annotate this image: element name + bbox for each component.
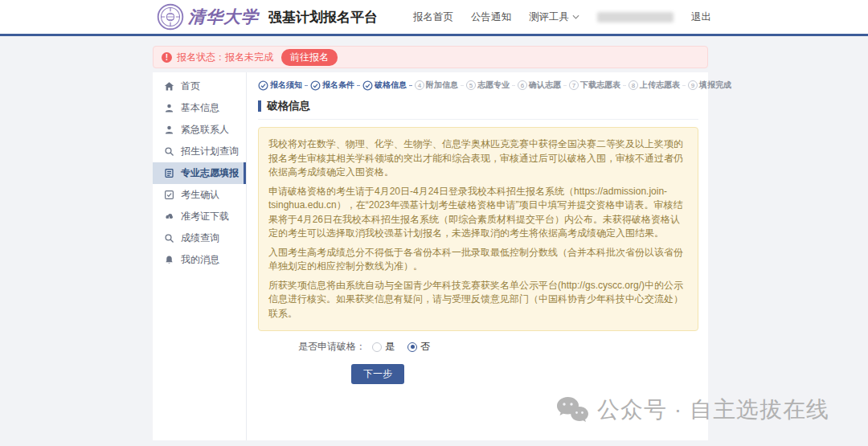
platform-title: 强基计划报名平台 bbox=[268, 8, 378, 27]
form-icon bbox=[164, 168, 174, 178]
wechat-icon bbox=[556, 396, 588, 423]
university-name: 清华大学 bbox=[188, 6, 259, 28]
step-label: 志愿专业 bbox=[477, 80, 510, 91]
sidebar-item-label: 专业志愿填报 bbox=[181, 166, 239, 180]
search-icon bbox=[164, 146, 174, 157]
step-connector bbox=[305, 85, 308, 86]
tsinghua-seal-icon bbox=[157, 3, 184, 31]
step-4: 4附加信息 bbox=[415, 80, 458, 91]
next-step-button[interactable]: 下一步 bbox=[351, 364, 404, 384]
title-accent-bar bbox=[258, 100, 261, 112]
logout-button[interactable]: 退出 bbox=[691, 10, 711, 24]
sidebar-item-label: 我的消息 bbox=[181, 253, 219, 267]
notice-paragraph: 申请破格资格的考生请于4月20日-4月24日登录我校本科招生报名系统（https… bbox=[268, 185, 688, 241]
sidebar-item-label: 基本信息 bbox=[181, 101, 219, 115]
section-title-row: 破格信息 bbox=[258, 99, 698, 113]
step-label: 报名条件 bbox=[322, 80, 354, 91]
app-header: 清华大学 强基计划报名平台 报名首页公告通知测评工具 退出 bbox=[0, 0, 868, 36]
step-connector bbox=[409, 85, 412, 86]
sidebar-item-emergency-contact[interactable]: 紧急联系人 bbox=[153, 119, 246, 141]
sidebar-item-home[interactable]: 首页 bbox=[153, 76, 246, 97]
step-2: 报名条件 bbox=[310, 80, 354, 91]
step-connector bbox=[563, 85, 567, 86]
content-panel: 首页基本信息紧急联系人招生计划查询专业志愿填报考生确认准考证下载成绩查询我的消息… bbox=[153, 72, 708, 440]
radio-option-label: 是 bbox=[385, 340, 395, 354]
step-connector bbox=[623, 85, 626, 86]
sidebar-item-my-messages[interactable]: 我的消息 bbox=[153, 249, 246, 271]
watermark: 公众号 · 自主选拔在线 bbox=[556, 395, 829, 425]
step-connector bbox=[357, 85, 360, 86]
exception-radio-row: 是否申请破格： 是否 bbox=[258, 340, 698, 354]
redacted-username bbox=[597, 12, 674, 23]
step-number: 6 bbox=[518, 80, 527, 90]
nav-item-label: 公告通知 bbox=[471, 10, 511, 24]
step-label: 确认志愿 bbox=[529, 80, 561, 91]
step-number: 8 bbox=[628, 80, 638, 90]
step-connector bbox=[512, 85, 515, 86]
step-label: 破格信息 bbox=[375, 80, 407, 91]
step-label: 下载志愿表 bbox=[580, 80, 620, 91]
title-divider bbox=[258, 119, 698, 120]
step-7: 7下载志愿表 bbox=[569, 80, 620, 91]
bell-icon bbox=[164, 255, 174, 265]
sidebar-item-basic-info[interactable]: 基本信息 bbox=[153, 97, 246, 119]
radio-group: 是否 bbox=[372, 340, 430, 354]
steps-bar: 报名须知报名条件破格信息4附加信息5志愿专业6确认志愿7下载志愿表8上传志愿表9… bbox=[258, 79, 698, 92]
nav-item-nav-announcements[interactable]: 公告通知 bbox=[471, 10, 511, 24]
step-6: 6确认志愿 bbox=[518, 80, 561, 91]
sidebar-item-label: 成绩查询 bbox=[181, 231, 219, 245]
sidebar-item-plan-query[interactable]: 招生计划查询 bbox=[153, 141, 246, 162]
radio-option-no[interactable]: 否 bbox=[407, 340, 430, 354]
step-connector bbox=[461, 85, 464, 86]
logo-area: 清华大学 强基计划报名平台 bbox=[157, 3, 378, 31]
sidebar-item-label: 考生确认 bbox=[181, 188, 219, 202]
alert-status-text: 报名状态：报名未完成 bbox=[177, 51, 273, 64]
notice-paragraph: 我校将对在数学、物理、化学、生物学、信息学奥林匹克竞赛中获得全国决赛二等奖及以上… bbox=[268, 137, 688, 180]
sidebar-item-label: 准考证下载 bbox=[181, 210, 229, 223]
step-check-icon bbox=[362, 80, 373, 91]
check-square-icon bbox=[164, 190, 174, 200]
sidebar-item-label: 招生计划查询 bbox=[181, 145, 239, 158]
notice-paragraph: 入围考生高考成绩总分不得低于各省份本科一批录取最低控制分数线（合并本科批次省份以… bbox=[268, 246, 688, 274]
radio-option-label: 否 bbox=[420, 340, 430, 354]
step-label: 附加信息 bbox=[426, 80, 458, 91]
user-icon bbox=[164, 103, 174, 113]
notice-paragraph: 所获奖项信息将由系统自动与全国青少年科技竞赛获奖名单公示平台(http://gs… bbox=[268, 279, 688, 321]
step-label: 报名须知 bbox=[270, 80, 302, 91]
warning-icon: ! bbox=[162, 52, 172, 63]
step-check-icon bbox=[258, 80, 268, 91]
step-number: 9 bbox=[688, 80, 698, 90]
sidebar-item-score-query[interactable]: 成绩查询 bbox=[153, 227, 246, 249]
step-label: 上传志愿表 bbox=[640, 80, 680, 91]
step-number: 4 bbox=[415, 80, 424, 90]
nav-item-nav-assessment-tools[interactable]: 测评工具 bbox=[529, 10, 579, 24]
sidebar-item-candidate-confirm[interactable]: 考生确认 bbox=[153, 184, 246, 206]
step-number: 7 bbox=[569, 80, 579, 90]
radio-group-label: 是否申请破格： bbox=[298, 340, 366, 354]
step-connector bbox=[682, 85, 686, 86]
watermark-text: 公众号 · 自主选拔在线 bbox=[597, 395, 829, 425]
step-5: 5志愿专业 bbox=[466, 80, 510, 91]
step-9: 9填报完成 bbox=[688, 80, 731, 91]
section-title: 破格信息 bbox=[267, 99, 310, 113]
step-label: 填报完成 bbox=[699, 80, 731, 91]
sidebar-item-ticket-download[interactable]: 准考证下载 bbox=[153, 206, 246, 227]
radio-circle bbox=[407, 342, 417, 352]
step-1: 报名须知 bbox=[258, 80, 302, 91]
chevron-down-icon bbox=[572, 14, 579, 19]
status-alert: ! 报名状态：报名未完成 前往报名 bbox=[153, 46, 708, 68]
radio-option-yes[interactable]: 是 bbox=[372, 340, 395, 354]
home-icon bbox=[164, 81, 174, 92]
radio-circle bbox=[372, 342, 382, 352]
header-nav: 报名首页公告通知测评工具 退出 bbox=[413, 0, 711, 34]
sidebar: 首页基本信息紧急联系人招生计划查询专业志愿填报考生确认准考证下载成绩查询我的消息 bbox=[153, 72, 247, 440]
step-3: 破格信息 bbox=[362, 80, 407, 91]
main-content: 报名须知报名条件破格信息4附加信息5志愿专业6确认志愿7下载志愿表8上传志愿表9… bbox=[247, 72, 708, 440]
step-number: 5 bbox=[466, 80, 476, 90]
go-register-button[interactable]: 前往报名 bbox=[281, 49, 338, 66]
sidebar-item-major-application[interactable]: 专业志愿填报 bbox=[153, 162, 246, 184]
step-8: 8上传志愿表 bbox=[628, 80, 680, 91]
user-icon bbox=[164, 125, 174, 135]
notice-box: 我校将对在数学、物理、化学、生物学、信息学奥林匹克竞赛中获得全国决赛二等奖及以上… bbox=[258, 127, 698, 331]
nav-item-nav-home[interactable]: 报名首页 bbox=[413, 10, 453, 24]
